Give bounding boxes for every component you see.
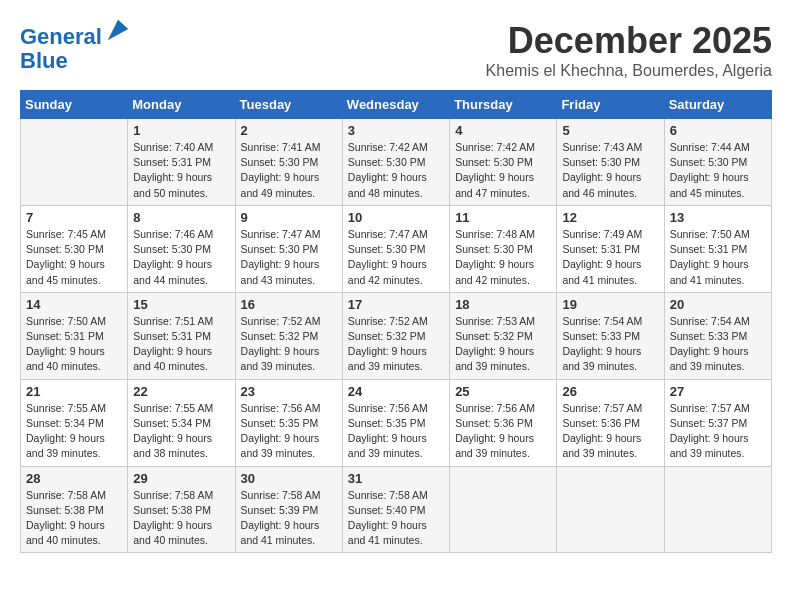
day-number: 2 xyxy=(241,123,337,138)
day-number: 8 xyxy=(133,210,229,225)
calendar-cell: 23Sunrise: 7:56 AM Sunset: 5:35 PM Dayli… xyxy=(235,379,342,466)
calendar-cell: 1Sunrise: 7:40 AM Sunset: 5:31 PM Daylig… xyxy=(128,119,235,206)
calendar-week-row: 1Sunrise: 7:40 AM Sunset: 5:31 PM Daylig… xyxy=(21,119,772,206)
subtitle: Khemis el Khechna, Boumerdes, Algeria xyxy=(486,62,772,80)
day-info: Sunrise: 7:49 AM Sunset: 5:31 PM Dayligh… xyxy=(562,227,658,288)
day-info: Sunrise: 7:58 AM Sunset: 5:38 PM Dayligh… xyxy=(26,488,122,549)
day-info: Sunrise: 7:55 AM Sunset: 5:34 PM Dayligh… xyxy=(26,401,122,462)
day-number: 28 xyxy=(26,471,122,486)
day-number: 26 xyxy=(562,384,658,399)
calendar-cell: 6Sunrise: 7:44 AM Sunset: 5:30 PM Daylig… xyxy=(664,119,771,206)
day-number: 20 xyxy=(670,297,766,312)
day-number: 12 xyxy=(562,210,658,225)
calendar-cell: 12Sunrise: 7:49 AM Sunset: 5:31 PM Dayli… xyxy=(557,205,664,292)
calendar-cell: 30Sunrise: 7:58 AM Sunset: 5:39 PM Dayli… xyxy=(235,466,342,553)
day-info: Sunrise: 7:52 AM Sunset: 5:32 PM Dayligh… xyxy=(241,314,337,375)
day-info: Sunrise: 7:50 AM Sunset: 5:31 PM Dayligh… xyxy=(670,227,766,288)
weekday-header: Saturday xyxy=(664,91,771,119)
day-info: Sunrise: 7:50 AM Sunset: 5:31 PM Dayligh… xyxy=(26,314,122,375)
calendar-cell: 4Sunrise: 7:42 AM Sunset: 5:30 PM Daylig… xyxy=(450,119,557,206)
weekday-header: Monday xyxy=(128,91,235,119)
day-number: 18 xyxy=(455,297,551,312)
day-number: 19 xyxy=(562,297,658,312)
calendar-cell xyxy=(557,466,664,553)
day-number: 6 xyxy=(670,123,766,138)
day-number: 4 xyxy=(455,123,551,138)
day-info: Sunrise: 7:47 AM Sunset: 5:30 PM Dayligh… xyxy=(241,227,337,288)
logo-icon xyxy=(104,16,132,44)
calendar-cell: 21Sunrise: 7:55 AM Sunset: 5:34 PM Dayli… xyxy=(21,379,128,466)
day-number: 23 xyxy=(241,384,337,399)
day-number: 27 xyxy=(670,384,766,399)
weekday-header: Tuesday xyxy=(235,91,342,119)
day-number: 3 xyxy=(348,123,444,138)
calendar-cell: 18Sunrise: 7:53 AM Sunset: 5:32 PM Dayli… xyxy=(450,292,557,379)
calendar-cell: 25Sunrise: 7:56 AM Sunset: 5:36 PM Dayli… xyxy=(450,379,557,466)
weekday-header: Friday xyxy=(557,91,664,119)
day-info: Sunrise: 7:56 AM Sunset: 5:35 PM Dayligh… xyxy=(241,401,337,462)
day-info: Sunrise: 7:48 AM Sunset: 5:30 PM Dayligh… xyxy=(455,227,551,288)
day-info: Sunrise: 7:52 AM Sunset: 5:32 PM Dayligh… xyxy=(348,314,444,375)
calendar-cell: 29Sunrise: 7:58 AM Sunset: 5:38 PM Dayli… xyxy=(128,466,235,553)
day-number: 14 xyxy=(26,297,122,312)
calendar-cell: 5Sunrise: 7:43 AM Sunset: 5:30 PM Daylig… xyxy=(557,119,664,206)
day-info: Sunrise: 7:58 AM Sunset: 5:40 PM Dayligh… xyxy=(348,488,444,549)
day-info: Sunrise: 7:44 AM Sunset: 5:30 PM Dayligh… xyxy=(670,140,766,201)
calendar-cell xyxy=(450,466,557,553)
calendar-week-row: 7Sunrise: 7:45 AM Sunset: 5:30 PM Daylig… xyxy=(21,205,772,292)
day-number: 29 xyxy=(133,471,229,486)
calendar-cell: 17Sunrise: 7:52 AM Sunset: 5:32 PM Dayli… xyxy=(342,292,449,379)
calendar-table: SundayMondayTuesdayWednesdayThursdayFrid… xyxy=(20,90,772,553)
day-info: Sunrise: 7:54 AM Sunset: 5:33 PM Dayligh… xyxy=(562,314,658,375)
day-info: Sunrise: 7:51 AM Sunset: 5:31 PM Dayligh… xyxy=(133,314,229,375)
day-info: Sunrise: 7:55 AM Sunset: 5:34 PM Dayligh… xyxy=(133,401,229,462)
day-number: 22 xyxy=(133,384,229,399)
day-number: 15 xyxy=(133,297,229,312)
day-info: Sunrise: 7:56 AM Sunset: 5:35 PM Dayligh… xyxy=(348,401,444,462)
day-number: 11 xyxy=(455,210,551,225)
day-info: Sunrise: 7:41 AM Sunset: 5:30 PM Dayligh… xyxy=(241,140,337,201)
day-info: Sunrise: 7:45 AM Sunset: 5:30 PM Dayligh… xyxy=(26,227,122,288)
calendar-cell: 14Sunrise: 7:50 AM Sunset: 5:31 PM Dayli… xyxy=(21,292,128,379)
calendar-cell: 19Sunrise: 7:54 AM Sunset: 5:33 PM Dayli… xyxy=(557,292,664,379)
calendar-cell: 10Sunrise: 7:47 AM Sunset: 5:30 PM Dayli… xyxy=(342,205,449,292)
weekday-header-row: SundayMondayTuesdayWednesdayThursdayFrid… xyxy=(21,91,772,119)
day-number: 1 xyxy=(133,123,229,138)
calendar-cell: 2Sunrise: 7:41 AM Sunset: 5:30 PM Daylig… xyxy=(235,119,342,206)
calendar-cell: 28Sunrise: 7:58 AM Sunset: 5:38 PM Dayli… xyxy=(21,466,128,553)
day-info: Sunrise: 7:58 AM Sunset: 5:39 PM Dayligh… xyxy=(241,488,337,549)
calendar-week-row: 28Sunrise: 7:58 AM Sunset: 5:38 PM Dayli… xyxy=(21,466,772,553)
day-info: Sunrise: 7:53 AM Sunset: 5:32 PM Dayligh… xyxy=(455,314,551,375)
calendar-cell xyxy=(21,119,128,206)
title-block: December 2025 Khemis el Khechna, Boumerd… xyxy=(486,20,772,80)
calendar-cell: 7Sunrise: 7:45 AM Sunset: 5:30 PM Daylig… xyxy=(21,205,128,292)
logo-text: General Blue xyxy=(20,20,132,73)
calendar-cell: 16Sunrise: 7:52 AM Sunset: 5:32 PM Dayli… xyxy=(235,292,342,379)
day-number: 16 xyxy=(241,297,337,312)
day-info: Sunrise: 7:47 AM Sunset: 5:30 PM Dayligh… xyxy=(348,227,444,288)
calendar-cell: 22Sunrise: 7:55 AM Sunset: 5:34 PM Dayli… xyxy=(128,379,235,466)
day-info: Sunrise: 7:58 AM Sunset: 5:38 PM Dayligh… xyxy=(133,488,229,549)
day-number: 21 xyxy=(26,384,122,399)
day-info: Sunrise: 7:57 AM Sunset: 5:37 PM Dayligh… xyxy=(670,401,766,462)
day-info: Sunrise: 7:40 AM Sunset: 5:31 PM Dayligh… xyxy=(133,140,229,201)
day-number: 9 xyxy=(241,210,337,225)
calendar-week-row: 14Sunrise: 7:50 AM Sunset: 5:31 PM Dayli… xyxy=(21,292,772,379)
calendar-cell: 24Sunrise: 7:56 AM Sunset: 5:35 PM Dayli… xyxy=(342,379,449,466)
day-info: Sunrise: 7:56 AM Sunset: 5:36 PM Dayligh… xyxy=(455,401,551,462)
calendar-cell: 8Sunrise: 7:46 AM Sunset: 5:30 PM Daylig… xyxy=(128,205,235,292)
day-number: 17 xyxy=(348,297,444,312)
day-number: 30 xyxy=(241,471,337,486)
day-number: 7 xyxy=(26,210,122,225)
calendar-cell: 26Sunrise: 7:57 AM Sunset: 5:36 PM Dayli… xyxy=(557,379,664,466)
day-number: 25 xyxy=(455,384,551,399)
month-title: December 2025 xyxy=(486,20,772,62)
day-number: 31 xyxy=(348,471,444,486)
calendar-cell: 9Sunrise: 7:47 AM Sunset: 5:30 PM Daylig… xyxy=(235,205,342,292)
calendar-cell xyxy=(664,466,771,553)
day-info: Sunrise: 7:46 AM Sunset: 5:30 PM Dayligh… xyxy=(133,227,229,288)
day-number: 13 xyxy=(670,210,766,225)
day-info: Sunrise: 7:57 AM Sunset: 5:36 PM Dayligh… xyxy=(562,401,658,462)
weekday-header: Sunday xyxy=(21,91,128,119)
calendar-week-row: 21Sunrise: 7:55 AM Sunset: 5:34 PM Dayli… xyxy=(21,379,772,466)
